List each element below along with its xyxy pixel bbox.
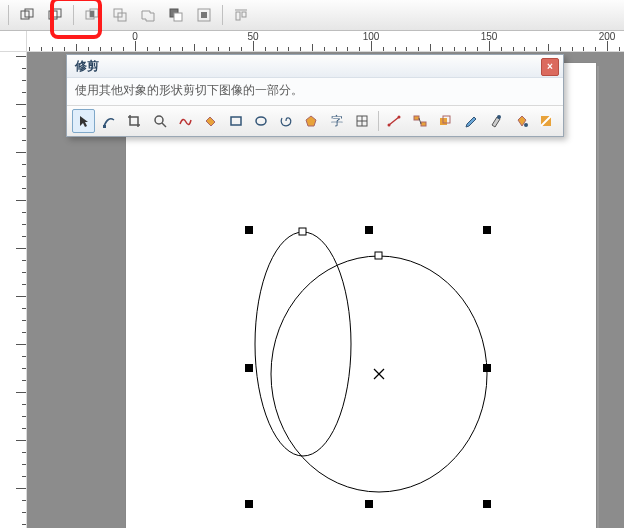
- pick-tool-button[interactable]: [72, 109, 95, 133]
- ruler-tick: [489, 41, 490, 51]
- text-tool-button[interactable]: 字: [325, 109, 348, 133]
- weld-button[interactable]: [14, 3, 40, 27]
- app-window: 0 50 100 150 200: [0, 0, 624, 528]
- ruler-tick: [22, 188, 26, 189]
- crop-tool-button[interactable]: [123, 109, 146, 133]
- node-marker[interactable]: [299, 228, 306, 235]
- tb-back-minus-front-icon: [168, 7, 184, 23]
- crop-tool-icon: [127, 114, 141, 128]
- ruler-tick: [560, 47, 561, 51]
- dimension-tool-button[interactable]: [383, 109, 406, 133]
- table-tool-button[interactable]: [350, 109, 373, 133]
- eyedropper-tool-button[interactable]: [459, 109, 482, 133]
- effects-tool-button[interactable]: [433, 109, 456, 133]
- svg-point-22: [256, 117, 266, 125]
- selection-handle[interactable]: [245, 500, 253, 508]
- boundary-button[interactable]: [191, 3, 217, 27]
- shape-tool-icon: [102, 114, 116, 128]
- trim-button[interactable]: [42, 3, 68, 27]
- tooltip-close-button[interactable]: ×: [541, 58, 559, 76]
- selection-handles: [245, 226, 491, 508]
- outline-tool-button[interactable]: [484, 109, 507, 133]
- ruler-tick: [22, 464, 26, 465]
- polygon-tool-button[interactable]: [300, 109, 323, 133]
- rectangle-tool-button[interactable]: [224, 109, 247, 133]
- ruler-tick: [22, 128, 26, 129]
- ruler-tick: [22, 176, 26, 177]
- polygon-tool-icon: [304, 114, 318, 128]
- ruler-tick: [595, 47, 596, 51]
- ruler-tick: [64, 47, 65, 51]
- connector-tool-button[interactable]: [408, 109, 431, 133]
- ruler-tick: [22, 308, 26, 309]
- smart-fill-icon: [203, 114, 217, 128]
- ruler-tick: [336, 47, 337, 51]
- ruler-tick: [300, 47, 301, 51]
- tb-trim-icon: [47, 7, 63, 23]
- back-minus-front-button[interactable]: [163, 3, 189, 27]
- close-icon: ×: [547, 62, 553, 72]
- ruler-tick: [265, 47, 266, 51]
- ruler-tick: [277, 47, 278, 51]
- ruler-tick: [22, 512, 26, 513]
- ellipse-tool-icon: [254, 114, 268, 128]
- connector-tool-icon: [413, 114, 427, 128]
- ruler-tick: [465, 47, 466, 51]
- ruler-tick: [22, 68, 26, 69]
- ruler-tick: [513, 47, 514, 51]
- spiral-tool-button[interactable]: [275, 109, 298, 133]
- selection-handle[interactable]: [483, 500, 491, 508]
- tb-simplify-icon: [112, 7, 128, 23]
- tooltip-panel: 修剪 × 使用其他对象的形状剪切下图像的一部分。: [66, 54, 564, 137]
- selection-handle[interactable]: [245, 364, 253, 372]
- intersect-button[interactable]: [79, 3, 105, 27]
- ruler-tick: [607, 41, 608, 51]
- svg-marker-23: [306, 116, 316, 126]
- dimension-tool-icon: [387, 114, 401, 128]
- ruler-tick: [182, 47, 183, 51]
- selection-handle[interactable]: [483, 364, 491, 372]
- smart-fill-button[interactable]: [199, 109, 222, 133]
- selection-handle[interactable]: [365, 500, 373, 508]
- vertical-ruler[interactable]: [0, 52, 27, 528]
- shaping-toolbar: [0, 0, 624, 31]
- fill-tool-button[interactable]: [509, 109, 532, 133]
- ruler-tick: [22, 404, 26, 405]
- zoom-tool-button[interactable]: [148, 109, 171, 133]
- svg-rect-14: [236, 12, 240, 20]
- svg-rect-6: [90, 11, 94, 17]
- selection-handle[interactable]: [245, 226, 253, 234]
- ruler-tick: [29, 47, 30, 51]
- ruler-tick: [16, 152, 26, 153]
- ruler-tick: [253, 41, 254, 51]
- ruler-tick: [324, 47, 325, 51]
- svg-rect-12: [201, 12, 207, 18]
- ruler-tick: [16, 56, 26, 57]
- effects-tool-icon: [438, 114, 452, 128]
- ellipse-tool-button[interactable]: [249, 109, 272, 133]
- selection-center-marker: [374, 369, 384, 379]
- freehand-tool-button[interactable]: [173, 109, 196, 133]
- selection-handle[interactable]: [365, 226, 373, 234]
- svg-point-35: [497, 115, 501, 119]
- svg-rect-18: [103, 125, 106, 128]
- ruler-origin[interactable]: [0, 31, 27, 51]
- tooltip-titlebar[interactable]: 修剪 ×: [67, 55, 563, 78]
- align-button[interactable]: [228, 3, 254, 27]
- ruler-tick: [22, 224, 26, 225]
- front-minus-back-button[interactable]: [135, 3, 161, 27]
- ruler-tick: [347, 47, 348, 51]
- ruler-tick: [454, 47, 455, 51]
- ruler-tick: [383, 47, 384, 51]
- ruler-tick: [52, 47, 53, 51]
- ruler-tick: [22, 524, 26, 525]
- tooltip-title: 修剪: [75, 58, 99, 75]
- simplify-button[interactable]: [107, 3, 133, 27]
- interactive-fill-button[interactable]: [535, 109, 558, 133]
- outline-tool-icon: [489, 114, 503, 128]
- shape-tool-button[interactable]: [97, 109, 120, 133]
- selection-handle[interactable]: [483, 226, 491, 234]
- node-marker[interactable]: [375, 252, 382, 259]
- ruler-tick: [22, 368, 26, 369]
- horizontal-ruler[interactable]: 0 50 100 150 200: [27, 31, 624, 51]
